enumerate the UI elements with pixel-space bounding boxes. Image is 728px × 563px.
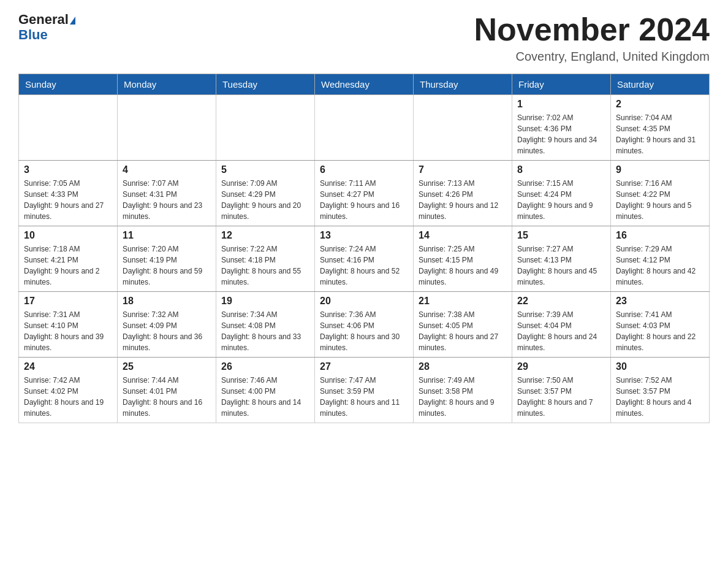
- weekday-header: Wednesday: [315, 74, 414, 95]
- day-number: 26: [221, 361, 309, 372]
- day-number: 8: [517, 164, 605, 175]
- calendar-cell: 19Sunrise: 7:34 AMSunset: 4:08 PMDayligh…: [216, 292, 315, 358]
- weekday-header: Thursday: [414, 74, 512, 95]
- day-number: 5: [221, 164, 309, 175]
- day-info: Sunrise: 7:18 AMSunset: 4:21 PMDaylight:…: [24, 243, 112, 288]
- day-info: Sunrise: 7:24 AMSunset: 4:16 PMDaylight:…: [320, 243, 408, 288]
- calendar-cell: 26Sunrise: 7:46 AMSunset: 4:00 PMDayligh…: [216, 358, 315, 423]
- day-info: Sunrise: 7:20 AMSunset: 4:19 PMDaylight:…: [123, 243, 211, 288]
- day-number: 7: [419, 164, 507, 175]
- calendar-cell: 5Sunrise: 7:09 AMSunset: 4:29 PMDaylight…: [216, 161, 315, 226]
- day-info: Sunrise: 7:25 AMSunset: 4:15 PMDaylight:…: [419, 243, 507, 288]
- day-number: 30: [616, 361, 704, 372]
- day-info: Sunrise: 7:38 AMSunset: 4:05 PMDaylight:…: [419, 309, 507, 353]
- day-info: Sunrise: 7:22 AMSunset: 4:18 PMDaylight:…: [221, 243, 309, 288]
- day-number: 6: [320, 164, 408, 175]
- day-number: 22: [517, 296, 605, 307]
- calendar-week-row: 1Sunrise: 7:02 AMSunset: 4:36 PMDaylight…: [19, 95, 710, 161]
- logo-line1: General: [18, 12, 75, 27]
- location-title: Coventry, England, United Kingdom: [474, 50, 710, 64]
- calendar-cell: 14Sunrise: 7:25 AMSunset: 4:15 PMDayligh…: [414, 226, 512, 292]
- day-number: 20: [320, 296, 408, 307]
- calendar-cell: 11Sunrise: 7:20 AMSunset: 4:19 PMDayligh…: [118, 226, 216, 292]
- calendar-cell: 12Sunrise: 7:22 AMSunset: 4:18 PMDayligh…: [216, 226, 315, 292]
- calendar-week-row: 17Sunrise: 7:31 AMSunset: 4:10 PMDayligh…: [19, 292, 710, 358]
- calendar-cell: 29Sunrise: 7:50 AMSunset: 3:57 PMDayligh…: [512, 358, 611, 423]
- calendar-cell: 28Sunrise: 7:49 AMSunset: 3:58 PMDayligh…: [414, 358, 512, 423]
- day-number: 9: [616, 164, 704, 175]
- day-number: 14: [419, 230, 507, 241]
- day-info: Sunrise: 7:11 AMSunset: 4:27 PMDaylight:…: [320, 178, 408, 222]
- calendar-cell: 10Sunrise: 7:18 AMSunset: 4:21 PMDayligh…: [19, 226, 118, 292]
- day-number: 2: [616, 99, 704, 110]
- day-info: Sunrise: 7:05 AMSunset: 4:33 PMDaylight:…: [24, 178, 112, 222]
- calendar-cell: [118, 95, 216, 161]
- day-number: 18: [123, 296, 211, 307]
- calendar-table: SundayMondayTuesdayWednesdayThursdayFrid…: [18, 74, 710, 423]
- calendar-cell: [414, 95, 512, 161]
- calendar-cell: 13Sunrise: 7:24 AMSunset: 4:16 PMDayligh…: [315, 226, 414, 292]
- day-number: 1: [517, 99, 605, 110]
- day-info: Sunrise: 7:16 AMSunset: 4:22 PMDaylight:…: [616, 178, 704, 222]
- weekday-header-row: SundayMondayTuesdayWednesdayThursdayFrid…: [19, 74, 710, 95]
- calendar-cell: 23Sunrise: 7:41 AMSunset: 4:03 PMDayligh…: [611, 292, 710, 358]
- day-number: 27: [320, 361, 408, 372]
- month-title: November 2024: [474, 12, 710, 47]
- calendar-cell: 8Sunrise: 7:15 AMSunset: 4:24 PMDaylight…: [512, 161, 611, 226]
- calendar-week-row: 10Sunrise: 7:18 AMSunset: 4:21 PMDayligh…: [19, 226, 710, 292]
- day-number: 28: [419, 361, 507, 372]
- calendar-cell: 9Sunrise: 7:16 AMSunset: 4:22 PMDaylight…: [611, 161, 710, 226]
- weekday-header: Saturday: [611, 74, 710, 95]
- day-info: Sunrise: 7:07 AMSunset: 4:31 PMDaylight:…: [123, 178, 211, 222]
- day-info: Sunrise: 7:49 AMSunset: 3:58 PMDaylight:…: [419, 375, 507, 419]
- day-number: 25: [123, 361, 211, 372]
- calendar-cell: [19, 95, 118, 161]
- calendar-cell: 3Sunrise: 7:05 AMSunset: 4:33 PMDaylight…: [19, 161, 118, 226]
- day-number: 13: [320, 230, 408, 241]
- day-number: 29: [517, 361, 605, 372]
- day-info: Sunrise: 7:04 AMSunset: 4:35 PMDaylight:…: [616, 112, 704, 156]
- calendar-cell: 18Sunrise: 7:32 AMSunset: 4:09 PMDayligh…: [118, 292, 216, 358]
- day-number: 17: [24, 296, 112, 307]
- calendar-cell: 7Sunrise: 7:13 AMSunset: 4:26 PMDaylight…: [414, 161, 512, 226]
- calendar-cell: 27Sunrise: 7:47 AMSunset: 3:59 PMDayligh…: [315, 358, 414, 423]
- calendar-cell: [315, 95, 414, 161]
- calendar-cell: 25Sunrise: 7:44 AMSunset: 4:01 PMDayligh…: [118, 358, 216, 423]
- calendar-week-row: 24Sunrise: 7:42 AMSunset: 4:02 PMDayligh…: [19, 358, 710, 423]
- weekday-header: Friday: [512, 74, 611, 95]
- logo-line2: Blue: [18, 27, 48, 43]
- day-number: 24: [24, 361, 112, 372]
- calendar-cell: 1Sunrise: 7:02 AMSunset: 4:36 PMDaylight…: [512, 95, 611, 161]
- day-number: 15: [517, 230, 605, 241]
- calendar-cell: 4Sunrise: 7:07 AMSunset: 4:31 PMDaylight…: [118, 161, 216, 226]
- day-number: 11: [123, 230, 211, 241]
- day-info: Sunrise: 7:13 AMSunset: 4:26 PMDaylight:…: [419, 178, 507, 222]
- weekday-header: Monday: [118, 74, 216, 95]
- day-info: Sunrise: 7:27 AMSunset: 4:13 PMDaylight:…: [517, 243, 605, 288]
- day-info: Sunrise: 7:15 AMSunset: 4:24 PMDaylight:…: [517, 178, 605, 222]
- day-info: Sunrise: 7:31 AMSunset: 4:10 PMDaylight:…: [24, 309, 112, 353]
- day-info: Sunrise: 7:52 AMSunset: 3:57 PMDaylight:…: [616, 375, 704, 419]
- day-number: 3: [24, 164, 112, 175]
- calendar-cell: 16Sunrise: 7:29 AMSunset: 4:12 PMDayligh…: [611, 226, 710, 292]
- day-info: Sunrise: 7:39 AMSunset: 4:04 PMDaylight:…: [517, 309, 605, 353]
- calendar-cell: 24Sunrise: 7:42 AMSunset: 4:02 PMDayligh…: [19, 358, 118, 423]
- day-info: Sunrise: 7:32 AMSunset: 4:09 PMDaylight:…: [123, 309, 211, 353]
- calendar-cell: 6Sunrise: 7:11 AMSunset: 4:27 PMDaylight…: [315, 161, 414, 226]
- day-number: 10: [24, 230, 112, 241]
- day-info: Sunrise: 7:50 AMSunset: 3:57 PMDaylight:…: [517, 375, 605, 419]
- day-info: Sunrise: 7:09 AMSunset: 4:29 PMDaylight:…: [221, 178, 309, 222]
- day-number: 16: [616, 230, 704, 241]
- calendar-cell: 30Sunrise: 7:52 AMSunset: 3:57 PMDayligh…: [611, 358, 710, 423]
- day-info: Sunrise: 7:42 AMSunset: 4:02 PMDaylight:…: [24, 375, 112, 419]
- day-info: Sunrise: 7:02 AMSunset: 4:36 PMDaylight:…: [517, 112, 605, 156]
- day-number: 4: [123, 164, 211, 175]
- calendar-cell: 17Sunrise: 7:31 AMSunset: 4:10 PMDayligh…: [19, 292, 118, 358]
- day-number: 21: [419, 296, 507, 307]
- day-info: Sunrise: 7:46 AMSunset: 4:00 PMDaylight:…: [221, 375, 309, 419]
- logo: General Blue: [18, 12, 75, 43]
- day-info: Sunrise: 7:44 AMSunset: 4:01 PMDaylight:…: [123, 375, 211, 419]
- day-number: 23: [616, 296, 704, 307]
- calendar-cell: 20Sunrise: 7:36 AMSunset: 4:06 PMDayligh…: [315, 292, 414, 358]
- calendar-cell: 22Sunrise: 7:39 AMSunset: 4:04 PMDayligh…: [512, 292, 611, 358]
